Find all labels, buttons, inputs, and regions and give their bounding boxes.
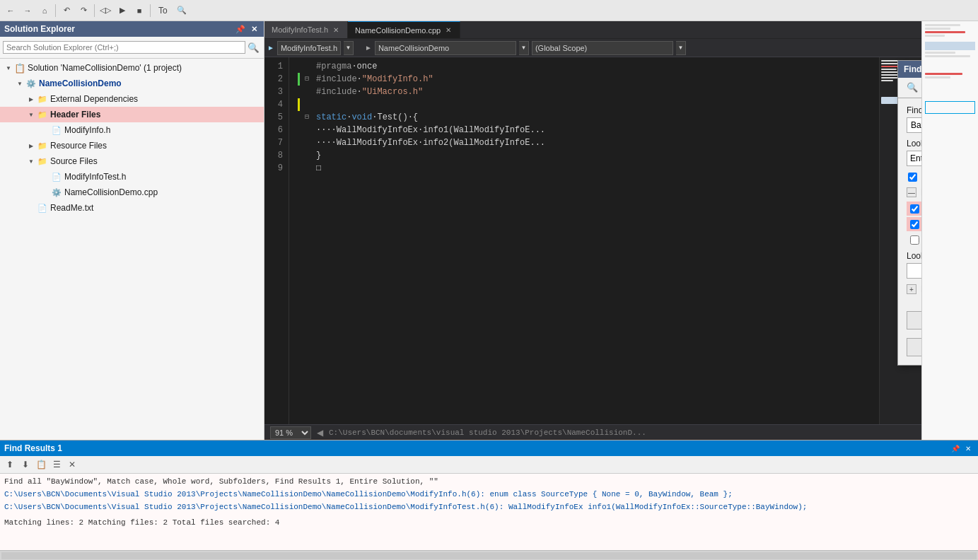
rm-label: ReadMe.txt [50,203,93,213]
match-case-checkbox[interactable] [910,204,919,214]
code-lines[interactable]: #pragma·once ⊟ #include·"ModifyInfo.h" [289,57,879,424]
stop-btn[interactable]: ■ [132,3,147,18]
fr-prev-btn[interactable]: ⬆ [3,457,17,472]
project-label: NameCollisionDemo [39,78,122,88]
find-results-panel: Find Results 1 📌 ✕ ⬆ ⬇ 📋 ☰ ✕ Find all "B… [0,440,978,560]
fr-next-btn[interactable]: ⬇ [18,457,33,472]
file-types-row: ▼ [907,263,921,279]
home-btn[interactable]: ⌂ [37,3,52,18]
tree-resource-files[interactable]: ▶ 📁 Resource Files [0,138,264,153]
match-whole-word-checkbox[interactable] [910,220,919,229]
include-subfolders-label[interactable]: Include sub-folders [921,172,921,182]
code-line-9: □ [289,162,879,175]
fr-pin-btn[interactable]: 📌 [950,443,961,454]
editor-statusbar: 91 % 100 % ◀ C:\Users\BCN\documents\visu… [264,424,921,440]
tab-namecollision-close[interactable]: ✕ [444,25,453,35]
use-regex-checkbox[interactable] [910,235,919,245]
solution-explorer-header: Solution Explorer 📌 ✕ [0,21,264,37]
nav-right-arrow[interactable]: ► [365,44,372,52]
find-what-input[interactable] [907,117,921,133]
class-dropdown-label: NameCollisionDemo [378,44,449,52]
tree-external-deps[interactable]: ▶ 📁 External Dependencies [0,91,264,107]
file-dropdown[interactable]: ModifyInfoTest.h [277,41,341,55]
tree-source-files[interactable]: ▼ 📁 Source Files [0,153,264,169]
mih-label: ModifyInfo.h [64,125,110,135]
tree-solution-root[interactable]: ▼ 📋 Solution 'NameCollisionDemo' (1 proj… [0,60,264,76]
tree-project[interactable]: ▼ ⚙️ NameCollisionDemo [0,76,264,91]
include-subfolders-checkbox[interactable] [908,173,917,182]
ext-label: External Dependencies [50,94,138,104]
build-btn[interactable]: ▶ [115,3,130,18]
solution-icon: 📋 [14,62,25,74]
line-6-text: ····WallModifyInfoEx·info1(WallModifyInf… [316,124,545,136]
file-dropdown-btn[interactable]: ▼ [344,41,354,55]
pin-icon[interactable]: 📌 [233,24,248,35]
main-row: Solution Explorer 📌 ✕ 🔍 ▼ 📋 Solution 'Na… [0,21,978,440]
fold-2[interactable]: ⊟ [305,73,315,86]
back-btn[interactable]: ← [3,3,18,18]
nav-btn[interactable]: ◁▷ [98,3,113,18]
dialog-title: Find and Replace [904,64,921,74]
look-in-select[interactable]: Entire Solution Current Project Current … [907,151,921,166]
line-8-text: } [316,149,321,162]
find-what-row: + [907,117,921,133]
src-icon: 📁 [37,156,48,167]
tab-modifyinfotest-close[interactable]: ✕ [332,25,340,35]
tree-header-files[interactable]: ▼ 📁 Header Files [0,107,264,122]
tab-find-in-files[interactable]: 🔍 Find in Files [898,78,921,98]
use-regex-row: Use Regular Expressions [907,233,921,247]
fr-select-btn[interactable]: ☰ [50,457,64,472]
solution-search-button[interactable]: 🔍 [245,40,261,55]
solution-label: Solution 'NameCollisionDemo' (1 project) [28,63,182,73]
fr-copy-btn[interactable]: 📋 [34,457,48,472]
tree-namecollision-cpp[interactable]: ▶ ⚙️ NameCollisionDemo.cpp [0,185,264,200]
solution-search-input[interactable] [3,41,245,54]
tree-readme[interactable]: ▶ 📄 ReadMe.txt [0,200,264,216]
fr-clear-btn[interactable]: ✕ [65,457,79,472]
tab-modifyinfotest[interactable]: ModifyInfoTest.h ✕ [264,21,348,38]
find-in-files-icon: 🔍 [907,82,918,93]
bottom-scrollbar[interactable] [0,550,978,560]
zoom-select[interactable]: 91 % 100 % [270,426,311,439]
redo-btn[interactable]: ↷ [76,3,91,18]
gutter-4 [295,98,305,111]
code-line-1: #pragma·once [289,60,879,73]
scope-dropdown-btn[interactable]: ▼ [676,41,686,55]
undo-btn[interactable]: ↶ [59,3,74,18]
tree-modifyinfo-h[interactable]: ▶ 📄 ModifyInfo.h [0,122,264,138]
fr-result-2[interactable]: C:\Users\BCN\Documents\Visual Studio 201… [3,501,975,513]
search-btn[interactable]: 🔍 [174,3,190,18]
code-line-8: } [289,149,879,162]
fold-5[interactable]: ⊟ [305,111,315,124]
sep1 [55,4,56,17]
to-btn[interactable]: To [153,3,173,18]
solution-explorer: Solution Explorer 📌 ✕ 🔍 ▼ 📋 Solution 'Na… [0,21,264,440]
app-container: ← → ⌂ ↶ ↷ ◁▷ ▶ ■ To 🔍 Solution Explorer … [0,0,978,560]
bookmark-all-btn[interactable]: Bookmark All [907,338,921,356]
header-files-label: Header Files [50,110,100,119]
close-icon[interactable]: ✕ [249,24,260,35]
panel-header-icons: 📌 ✕ [233,24,260,35]
find-previous-btn[interactable]: Find Previous [907,311,921,329]
file-types-select[interactable] [907,263,921,279]
fr-result-1[interactable]: C:\Users\BCN\Documents\Visual Studio 201… [3,488,975,501]
line-1-text: #pragma·once [316,60,377,73]
forward-btn[interactable]: → [20,3,35,18]
result-options-toggle[interactable]: + [907,284,916,294]
scope-dropdown[interactable]: (Global Scope) [532,41,673,55]
tab-namecollision[interactable]: NameCollisionDemo.cpp ✕ [348,21,460,38]
tree-modifyinfotest-h[interactable]: ▶ 📄 ModifyInfoTest.h [0,169,264,185]
rm-icon: 📄 [37,202,48,214]
editor-nav: ► ModifyInfoTest.h ▼ ► NameCollisionDemo… [264,39,921,57]
mih-icon: 📄 [51,124,62,136]
nav-left-arrow[interactable]: ► [267,44,274,52]
res-arrow: ▶ [25,140,37,151]
find-results-content[interactable]: Find all "BayWindow", Match case, Whole … [0,474,978,550]
res-label: Resource Files [50,141,107,151]
class-dropdown[interactable]: NameCollisionDemo [375,41,516,55]
class-dropdown-btn[interactable]: ▼ [519,41,529,55]
find-options-toggle[interactable]: — [907,187,916,197]
fr-close-btn[interactable]: ✕ [962,443,974,454]
scrollbar-track[interactable] [1,552,977,559]
dialog-buttons-row1: Find Previous Find Next [898,305,921,338]
